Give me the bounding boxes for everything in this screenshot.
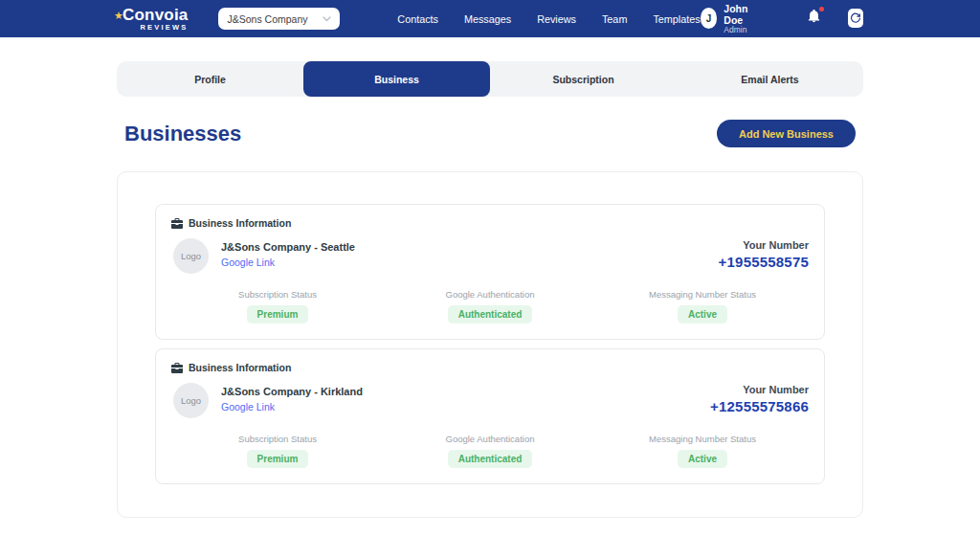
stat-google-authentication: Google Authentication Authenticated [384,434,596,468]
logo-placeholder: Logo [181,251,201,261]
stat-label: Google Authentication [446,289,535,300]
status-badge: Premium [247,450,309,468]
user-role: Admin [724,26,761,35]
status-badge: Active [678,450,727,468]
stat-label: Google Authentication [446,434,535,444]
tab-business[interactable]: Business [303,61,490,97]
stat-messaging-number-status: Messaging Number Status Active [596,289,809,324]
stat-label: Messaging Number Status [649,434,756,444]
section-title: Business Information [189,217,291,229]
main-navigation: Contacts Messages Reviews Team Templates [397,13,700,25]
stat-label: Subscription Status [238,434,317,444]
brand-subtitle: REVIEWS [122,24,188,32]
tab-email-alerts[interactable]: Email Alerts [677,61,863,97]
phone-number: +12555575866 [710,398,809,414]
star-icon: ★ [114,10,123,22]
stat-subscription-status: Subscription Status Premium [171,434,384,468]
brand-logo[interactable]: ★ Convoia REVIEWS [117,7,188,32]
business-logo: Logo [173,238,209,274]
bell-icon [807,9,821,24]
businesses-panel: Business Information Logo J&Sons Company… [117,171,863,518]
business-logo: Logo [173,383,209,418]
nav-link-reviews[interactable]: Reviews [537,13,576,25]
company-selector[interactable]: J&Sons Company [218,8,340,30]
stat-label: Messaging Number Status [649,289,756,300]
user-name: John Doe [724,3,761,26]
tab-subscription[interactable]: Subscription [490,61,677,97]
stat-messaging-number-status: Messaging Number Status Active [596,434,809,468]
business-name: J&Sons Company - Seattle [221,241,355,253]
tab-profile[interactable]: Profile [117,61,303,97]
top-navbar: ★ Convoia REVIEWS J&Sons Company Contact… [0,0,980,37]
section-title: Business Information [189,362,291,373]
avatar[interactable]: J [701,8,718,29]
phone-number: +1955558575 [719,254,809,270]
status-badge: Active [678,305,727,324]
status-badge: Premium [247,305,309,324]
status-badge: Authenticated [448,450,533,468]
chevron-down-icon [323,16,331,22]
notification-dot [819,7,824,11]
nav-link-messages[interactable]: Messages [464,13,511,25]
briefcase-icon [171,363,183,373]
company-selector-value: J&Sons Company [227,13,307,25]
your-number-label: Your Number [719,239,809,251]
page-title: Businesses [124,122,241,146]
settings-tabs: Profile Business Subscription Email Aler… [117,61,863,97]
logout-icon [850,12,861,24]
stat-subscription-status: Subscription Status Premium [171,289,384,324]
notifications-button[interactable] [807,9,821,28]
your-number-label: Your Number [710,384,809,395]
google-link[interactable]: Google Link [221,257,275,268]
logout-button[interactable] [848,9,863,28]
nav-link-team[interactable]: Team [602,13,627,25]
main-content: Profile Business Subscription Email Aler… [117,61,863,518]
brand-name: Convoia [122,7,188,23]
business-card: Business Information Logo J&Sons Company… [155,348,825,484]
add-new-business-button[interactable]: Add New Business [717,120,856,147]
business-card: Business Information Logo J&Sons Company… [155,204,825,340]
nav-link-templates[interactable]: Templates [653,13,700,25]
status-badge: Authenticated [448,305,533,324]
user-info[interactable]: John Doe Admin [724,3,761,35]
business-name: J&Sons Company - Kirkland [221,386,363,397]
google-link[interactable]: Google Link [221,401,275,413]
nav-link-contacts[interactable]: Contacts [397,13,438,25]
stat-label: Subscription Status [238,289,317,300]
briefcase-icon [171,218,183,229]
logo-placeholder: Logo [181,395,201,406]
stat-google-authentication: Google Authentication Authenticated [384,289,596,324]
